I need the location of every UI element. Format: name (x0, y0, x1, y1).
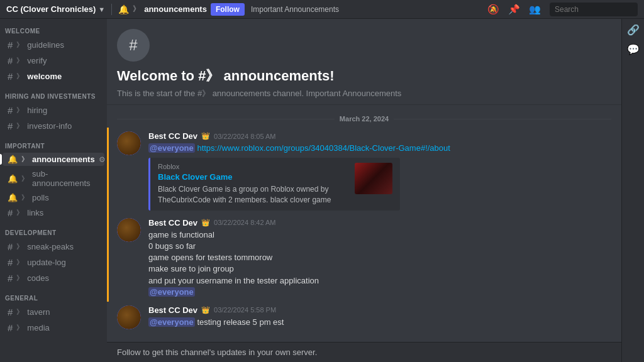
settings-icon[interactable]: ⚙ (99, 155, 106, 164)
content-area: # Welcome to #》 announcements! This is t… (107, 19, 621, 362)
sidebar-item-sub-announcements[interactable]: 🔔 》 sub-announcements (3, 167, 104, 190)
link-embed: Roblox Black Clover Game Black Clover Ga… (148, 158, 400, 211)
author-badge: 👑 (201, 219, 210, 227)
channel-icon-codes: 》 (16, 273, 23, 283)
topbar-channel-desc: Important Announcements (251, 5, 339, 14)
inbox-icon[interactable]: 💬 (627, 43, 640, 55)
hash-icon: # (129, 36, 137, 54)
channel-icon-guidelines: 》 (16, 40, 23, 50)
topbar-channel-icon2: 》 (133, 4, 140, 14)
roblox-link[interactable]: https://www.roblox.com/groups/34040384/B… (197, 143, 450, 153)
follow-button[interactable]: Follow (211, 3, 245, 16)
section-general: General (0, 286, 107, 304)
sidebar: Welcome # 》 guidelines # 》 verify # 》 we… (0, 19, 107, 362)
message-text: @everyone testing release 5 pm est (148, 317, 611, 328)
sidebar-item-label: tavern (27, 307, 50, 317)
sidebar-item-welcome[interactable]: # 》 welcome (3, 69, 104, 84)
channel-icon-sub: 》 (21, 174, 28, 184)
sidebar-item-tavern[interactable]: # 》 tavern (3, 305, 104, 319)
mention-everyone2: @everyone (148, 287, 195, 297)
channel-header-desc: This is the start of the #》 announcement… (117, 88, 611, 99)
channel-prefix-icon: # (8, 322, 13, 333)
channel-prefix-icon: # (8, 71, 13, 82)
sidebar-item-hiring[interactable]: # 》 hiring (3, 103, 104, 118)
date-divider-text: March 22, 2024 (340, 115, 389, 123)
date-divider: March 22, 2024 (107, 110, 621, 128)
message-timestamp: 03/22/2024 8:05 AM (214, 133, 275, 140)
message-author: Best CC Dev (148, 131, 197, 141)
channel-prefix-icon: # (8, 40, 13, 50)
active-indicator (0, 154, 2, 165)
mention-everyone: @everyone (148, 143, 195, 153)
message-content: Best CC Dev 👑 03/22/2024 8:05 AM @everyo… (148, 131, 611, 211)
topbar-channel-icon: 🔔 (118, 4, 129, 14)
channel-icon-sneak: 》 (16, 242, 23, 251)
message-item: Best CC Dev 👑 03/22/2024 5:58 PM @everyo… (107, 302, 621, 333)
author-badge: 👑 (201, 132, 210, 140)
sidebar-item-label: sub-announcements (32, 169, 99, 188)
channel-prefix-icon: # (8, 273, 13, 283)
message-header: Best CC Dev 👑 03/22/2024 8:42 AM (148, 218, 611, 228)
sidebar-item-label: update-log (27, 258, 65, 267)
sidebar-item-label: guidelines (27, 40, 64, 50)
pin-icon[interactable]: 📌 (508, 4, 520, 15)
avatar-image (117, 218, 141, 242)
avatar (117, 305, 141, 329)
follow-bar-text: Follow to get this channel's updates in … (117, 348, 317, 357)
message-author: Best CC Dev (148, 218, 197, 228)
embed-provider: Roblox (158, 163, 348, 170)
sidebar-item-media[interactable]: # 》 media (3, 321, 104, 335)
topbar-divider (111, 4, 112, 15)
message-header: Best CC Dev 👑 03/22/2024 8:05 AM (148, 131, 611, 141)
notification-icon[interactable]: 🔕 (487, 4, 499, 15)
message-header: Best CC Dev 👑 03/22/2024 5:58 PM (148, 305, 611, 315)
channel-icon-hiring: 》 (16, 106, 23, 115)
channel-prefix-icon: # (8, 257, 13, 268)
sidebar-item-verify[interactable]: # 》 verify (3, 53, 104, 68)
link-icon[interactable]: 🔗 (627, 24, 640, 36)
channel-header-icon: # (117, 29, 150, 62)
embed-title[interactable]: Black Clover Game (158, 172, 348, 182)
sidebar-item-sneak-peaks[interactable]: # 》 sneak-peaks (3, 239, 104, 254)
embed-thumbnail (355, 163, 392, 194)
search-input[interactable] (550, 3, 638, 16)
mention-everyone3: @everyone (148, 317, 195, 327)
msg2-line4: make sure to join group (148, 264, 234, 273)
channel-icon-update: 》 (16, 258, 23, 267)
msg2-line1: game is functional (148, 230, 214, 239)
channel-icon-investor: 》 (16, 121, 23, 131)
sidebar-item-label: announcements (32, 155, 95, 164)
sidebar-item-investor-info[interactable]: # 》 investor-info (3, 119, 104, 133)
msg2-line3: game opens for testers tommorow (148, 253, 272, 262)
sidebar-item-guidelines[interactable]: # 》 guidelines (3, 38, 104, 52)
avatar-image (117, 305, 141, 329)
sidebar-item-polls[interactable]: 🔔 》 polls (3, 191, 104, 204)
message-text: @everyone https://www.roblox.com/groups/… (148, 143, 611, 154)
sidebar-item-codes[interactable]: # 》 codes (3, 271, 104, 285)
msg2-line5: and put your username in the tester appl… (148, 276, 319, 285)
sidebar-item-update-log[interactable]: # 》 update-log (3, 255, 104, 270)
add-member-icon[interactable]: 👥 (529, 4, 541, 15)
message-author: Best CC Dev (148, 305, 197, 315)
sidebar-item-label: welcome (27, 72, 62, 81)
sidebar-item-label: polls (32, 193, 49, 202)
channel-icon-welcome: 》 (16, 72, 23, 81)
avatar (117, 131, 141, 155)
sidebar-item-links[interactable]: # 》 links (3, 206, 104, 220)
msg2-line2: 0 bugs so far (148, 241, 196, 251)
server-name[interactable]: CC (Clover Chronicles) ▼ (6, 4, 105, 14)
topbar: CC (Clover Chronicles) ▼ 🔔 》 announcemen… (0, 0, 644, 19)
embed-desc: Black Clover Game is a group on Roblox o… (158, 184, 348, 206)
sidebar-item-label: codes (27, 273, 49, 283)
sidebar-item-announcements[interactable]: 🔔 》 announcements ⚙ (3, 153, 104, 166)
msg3-text: testing release 5 pm est (197, 317, 284, 327)
message-content: Best CC Dev 👑 03/22/2024 5:58 PM @everyo… (148, 305, 611, 329)
message-item: Best CC Dev 👑 03/22/2024 8:42 AM game is… (107, 214, 621, 302)
author-badge: 👑 (201, 306, 210, 314)
messages-list: March 22, 2024 Best CC Dev 👑 03/22/2024 … (107, 105, 621, 342)
section-hiring: Hiring and Investments (0, 84, 107, 102)
sidebar-item-label: investor-info (27, 121, 72, 131)
sidebar-item-label: media (27, 323, 49, 332)
message-timestamp: 03/22/2024 5:58 PM (214, 306, 276, 314)
sidebar-item-label: sneak-peaks (27, 242, 74, 251)
